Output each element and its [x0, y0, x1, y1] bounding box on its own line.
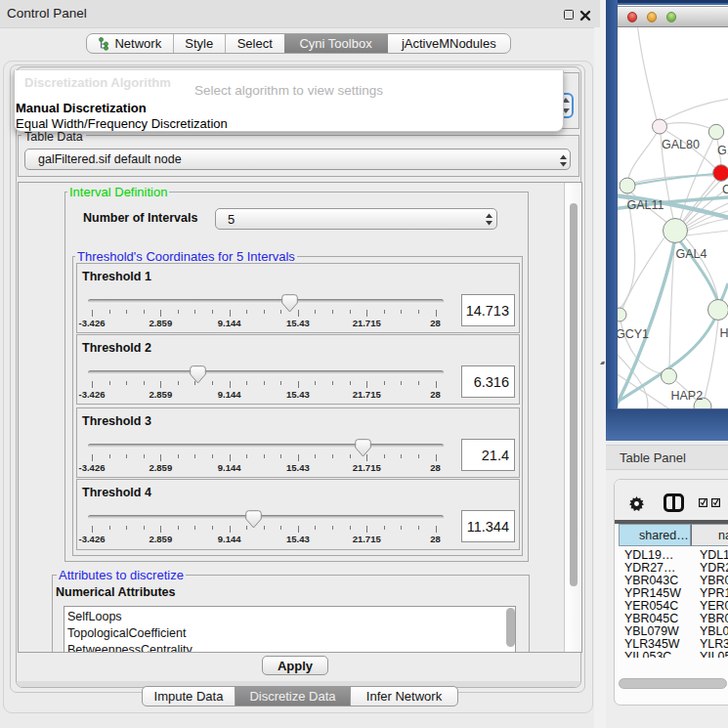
- svg-text:H: H: [720, 326, 728, 340]
- svg-text:HAP2: HAP2: [671, 389, 704, 403]
- svg-text:GAL80: GAL80: [662, 138, 700, 151]
- svg-text:GAL11: GAL11: [627, 198, 664, 212]
- svg-text:C: C: [722, 183, 728, 196]
- svg-text:GCY1: GCY1: [618, 327, 649, 341]
- svg-text:GAL4: GAL4: [676, 247, 707, 261]
- svg-text:G.: G.: [717, 144, 728, 157]
